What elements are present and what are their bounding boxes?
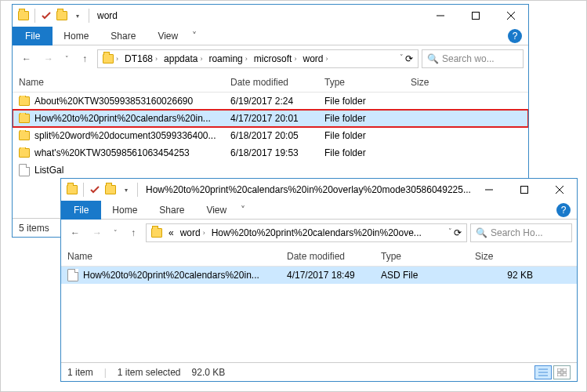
share-tab[interactable]: Share: [148, 201, 195, 220]
breadcrumb-seg[interactable]: microsoft: [254, 53, 292, 64]
svg-rect-15: [563, 373, 567, 376]
search-placeholder: Search wo...: [442, 53, 495, 64]
back-button[interactable]: ←: [17, 49, 36, 68]
search-icon: 🔍: [476, 227, 487, 238]
col-size[interactable]: Size: [469, 246, 539, 266]
ribbon-expand-icon[interactable]: ˅: [192, 31, 197, 42]
maximize-button[interactable]: [506, 179, 542, 201]
ribbon: File Home Share View ˅ ?: [13, 27, 528, 45]
folder-icon: [19, 114, 30, 123]
column-headers[interactable]: Name Date modified Type Size: [13, 72, 528, 93]
file-tab[interactable]: File: [13, 27, 53, 45]
qat-properties-icon[interactable]: [40, 9, 53, 22]
window-title: How%20to%20print%20calendars%20in%20over…: [146, 184, 471, 195]
app-folder-icon: [66, 183, 78, 196]
refresh-icon[interactable]: ⟳: [454, 227, 462, 238]
qat-properties-icon[interactable]: [89, 183, 101, 196]
titlebar: ▾ How%20to%20print%20calendars%20in%20ov…: [61, 179, 577, 201]
recent-dropdown-icon[interactable]: ˅: [110, 223, 121, 242]
back-button[interactable]: ←: [66, 223, 85, 242]
col-name[interactable]: Name: [61, 246, 281, 266]
column-headers[interactable]: Name Date modified Type Size: [61, 246, 577, 267]
up-button[interactable]: ↑: [124, 223, 143, 242]
search-placeholder: Search Ho...: [491, 227, 543, 238]
breadcrumb-seg[interactable]: word: [303, 53, 323, 64]
table-row[interactable]: How%20to%20print%20calendars%20in... 4/1…: [13, 110, 528, 127]
file-tab[interactable]: File: [61, 201, 101, 220]
breadcrumb-seg[interactable]: DT168: [125, 53, 153, 64]
breadcrumb-seg[interactable]: word: [180, 227, 201, 238]
table-row[interactable]: what's%20KTW30598561063454253 6/18/2017 …: [13, 144, 528, 162]
ribbon: File Home Share View ˅ ?: [61, 201, 577, 220]
maximize-button[interactable]: [458, 5, 493, 27]
minimize-button[interactable]: [471, 179, 506, 201]
breadcrumb-seg[interactable]: appdata: [164, 53, 197, 64]
status-bar: 1 item | 1 item selected 92.0 KB: [61, 362, 577, 381]
view-details-icon[interactable]: [534, 365, 552, 379]
addr-folder-icon: [103, 54, 114, 64]
folder-icon: [19, 148, 30, 158]
titlebar: ▾ word: [13, 5, 528, 27]
table-row[interactable]: split%20word%20document30599336400... 6/…: [13, 127, 528, 144]
table-row[interactable]: About%20KTW305993853160026690 6/19/2017 …: [13, 93, 528, 110]
status-text: 1 item: [67, 367, 93, 378]
addr-dropdown-icon[interactable]: ˅: [400, 53, 404, 64]
col-type[interactable]: Type: [318, 72, 404, 92]
app-folder-icon: [17, 9, 30, 22]
share-tab[interactable]: Share: [100, 27, 147, 45]
svg-rect-1: [472, 13, 479, 20]
up-button[interactable]: ↑: [75, 49, 94, 68]
folder-icon: [19, 131, 30, 140]
refresh-icon[interactable]: ⟳: [405, 53, 413, 64]
help-icon[interactable]: ?: [508, 29, 522, 43]
addr-dropdown-icon[interactable]: ˅: [448, 227, 452, 238]
window-title: word: [97, 10, 422, 21]
addr-folder-icon: [151, 228, 162, 238]
forward-button[interactable]: →: [39, 49, 58, 68]
search-input[interactable]: 🔍 Search Ho...: [470, 223, 572, 242]
breadcrumb-seg[interactable]: roaming: [208, 53, 242, 64]
svg-rect-13: [563, 368, 567, 372]
help-icon[interactable]: ?: [556, 203, 571, 217]
svg-rect-12: [557, 368, 561, 372]
table-row[interactable]: ListGal: [13, 162, 528, 179]
folder-icon: [19, 96, 30, 106]
view-thumbnails-icon[interactable]: [553, 365, 571, 379]
recent-dropdown-icon[interactable]: ˅: [61, 49, 72, 68]
breadcrumb-overflow[interactable]: «: [168, 227, 174, 238]
col-name[interactable]: Name: [13, 72, 224, 92]
view-tab[interactable]: View: [147, 27, 189, 45]
svg-rect-6: [520, 187, 527, 194]
home-tab[interactable]: Home: [53, 27, 100, 45]
qat-newfolder-icon[interactable]: [56, 9, 68, 22]
svg-rect-14: [557, 373, 561, 376]
home-tab[interactable]: Home: [101, 201, 148, 220]
breadcrumb-seg[interactable]: How%20to%20print%20calendars%20in%20ove.…: [212, 227, 422, 238]
minimize-button[interactable]: [422, 5, 458, 27]
col-date[interactable]: Date modified: [281, 246, 375, 266]
status-size: 92.0 KB: [192, 367, 226, 378]
address-bar[interactable]: « word› How%20to%20print%20calendars%20i…: [146, 223, 467, 242]
ribbon-expand-icon[interactable]: ˅: [241, 205, 245, 216]
close-button[interactable]: [542, 179, 577, 201]
search-icon: 🔍: [427, 53, 439, 64]
view-tab[interactable]: View: [195, 201, 237, 220]
search-input[interactable]: 🔍 Search wo...: [422, 49, 524, 68]
col-date[interactable]: Date modified: [224, 72, 318, 92]
address-bar[interactable]: › DT168› appdata› roaming› microsoft› wo…: [97, 49, 419, 68]
col-size[interactable]: Size: [404, 72, 467, 92]
status-text: 5 items: [19, 223, 49, 234]
col-type[interactable]: Type: [375, 246, 469, 266]
forward-button[interactable]: →: [88, 223, 107, 242]
file-icon: [19, 164, 30, 176]
qat-dropdown-icon[interactable]: ▾: [120, 183, 132, 196]
status-selected: 1 item selected: [118, 367, 181, 378]
close-button[interactable]: [493, 5, 528, 27]
table-row[interactable]: How%20to%20print%20calendars%20in... 4/1…: [61, 267, 577, 284]
file-icon: [67, 269, 78, 281]
qat-dropdown-icon[interactable]: ▾: [71, 9, 84, 22]
qat-newfolder-icon[interactable]: [104, 183, 117, 196]
